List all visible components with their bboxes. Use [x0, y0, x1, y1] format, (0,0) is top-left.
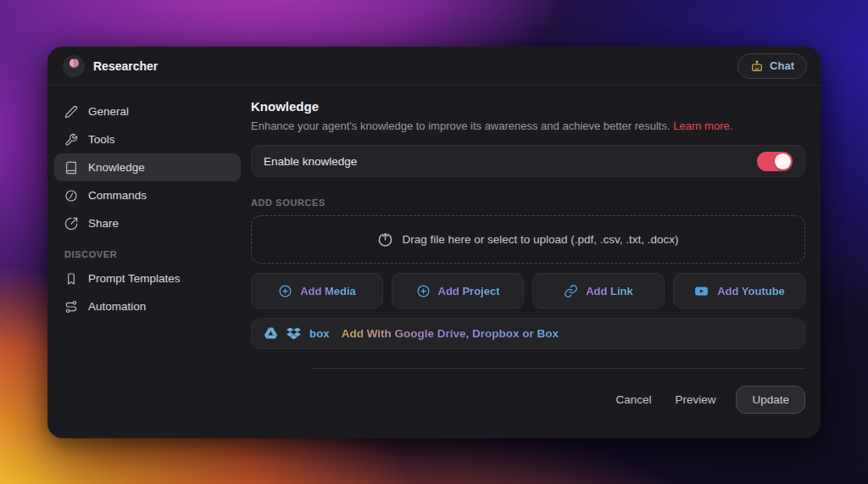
- enable-knowledge-row: Enable knowledge: [251, 145, 805, 177]
- file-dropzone[interactable]: Drag file here or select to upload (.pdf…: [251, 215, 805, 264]
- add-youtube-button[interactable]: Add Youtube: [673, 273, 805, 309]
- agent-settings-modal: Researcher Chat: [47, 47, 821, 438]
- sidebar-item-label: Tools: [88, 133, 115, 146]
- sidebar-item-general[interactable]: General: [54, 97, 241, 125]
- robot-icon: [750, 59, 764, 73]
- add-media-button[interactable]: Add Media: [251, 273, 383, 309]
- page-title: Knowledge: [251, 99, 805, 114]
- agent-title: Researcher: [93, 59, 158, 73]
- wrench-icon: [64, 133, 78, 147]
- upload-icon: [377, 231, 393, 248]
- google-drive-icon: [264, 327, 278, 340]
- discover-section-label: DISCOVER: [54, 237, 241, 264]
- share-icon: [64, 217, 78, 231]
- sidebar-item-label: General: [88, 105, 129, 118]
- add-media-label: Add Media: [300, 285, 356, 298]
- add-link-label: Add Link: [586, 285, 633, 298]
- slash-circle-icon: [64, 189, 78, 203]
- chat-button[interactable]: Chat: [737, 53, 807, 79]
- route-icon: [64, 300, 78, 314]
- settings-sidebar: General Tools Knowledge Commands: [47, 86, 251, 438]
- page-description: Enhance your agent's knowledge to improv…: [251, 120, 805, 132]
- circle-plus-icon: [278, 284, 292, 298]
- bookmark-icon: [64, 272, 78, 286]
- add-sources-label: ADD SOURCES: [251, 197, 805, 208]
- enable-knowledge-label: Enable knowledge: [264, 155, 757, 168]
- sidebar-item-commands[interactable]: Commands: [54, 181, 241, 209]
- sidebar-item-label: Commands: [88, 189, 147, 202]
- cloud-import-label: Add With Google Drive, Dropbox or Box: [342, 327, 559, 340]
- update-button[interactable]: Update: [736, 386, 805, 414]
- add-project-button[interactable]: Add Project: [392, 273, 524, 309]
- add-link-button[interactable]: Add Link: [532, 273, 665, 309]
- cancel-button[interactable]: Cancel: [615, 393, 651, 406]
- dropzone-label: Drag file here or select to upload (.pdf…: [402, 233, 678, 246]
- chat-button-label: Chat: [770, 59, 794, 72]
- enable-knowledge-toggle[interactable]: [757, 152, 793, 171]
- sidebar-item-prompt-templates[interactable]: Prompt Templates: [54, 264, 241, 292]
- toggle-knob: [775, 153, 791, 170]
- add-project-label: Add Project: [438, 285, 500, 298]
- sidebar-item-label: Knowledge: [88, 161, 145, 174]
- preview-button[interactable]: Preview: [675, 393, 715, 406]
- sidebar-item-automation[interactable]: Automation: [54, 292, 241, 320]
- cloud-import-row[interactable]: box Add With Google Drive, Dropbox or Bo…: [251, 318, 805, 349]
- link-icon: [564, 284, 578, 298]
- source-buttons-row: Add Media Add Project Add Link: [251, 273, 805, 309]
- youtube-icon: [693, 284, 709, 298]
- modal-header: Researcher Chat: [47, 47, 821, 86]
- sidebar-item-knowledge[interactable]: Knowledge: [54, 153, 241, 181]
- sidebar-item-label: Prompt Templates: [88, 272, 181, 285]
- knowledge-panel: Knowledge Enhance your agent's knowledge…: [251, 86, 821, 438]
- box-icon: box: [309, 327, 330, 340]
- sidebar-item-label: Automation: [88, 300, 146, 313]
- learn-more-link[interactable]: Learn more.: [673, 120, 732, 132]
- add-youtube-label: Add Youtube: [717, 285, 785, 298]
- dropbox-icon: [287, 327, 301, 340]
- sidebar-item-tools[interactable]: Tools: [54, 125, 241, 153]
- circle-plus-icon: [416, 284, 431, 298]
- avatar: [63, 55, 85, 77]
- pencil-icon: [64, 105, 78, 119]
- description-text: Enhance your agent's knowledge to improv…: [251, 120, 673, 132]
- sidebar-item-share[interactable]: Share: [54, 209, 241, 237]
- book-icon: [64, 161, 78, 175]
- footer-actions: Cancel Preview Update: [251, 369, 805, 414]
- brain-icon: [68, 58, 81, 74]
- sidebar-item-label: Share: [88, 217, 119, 230]
